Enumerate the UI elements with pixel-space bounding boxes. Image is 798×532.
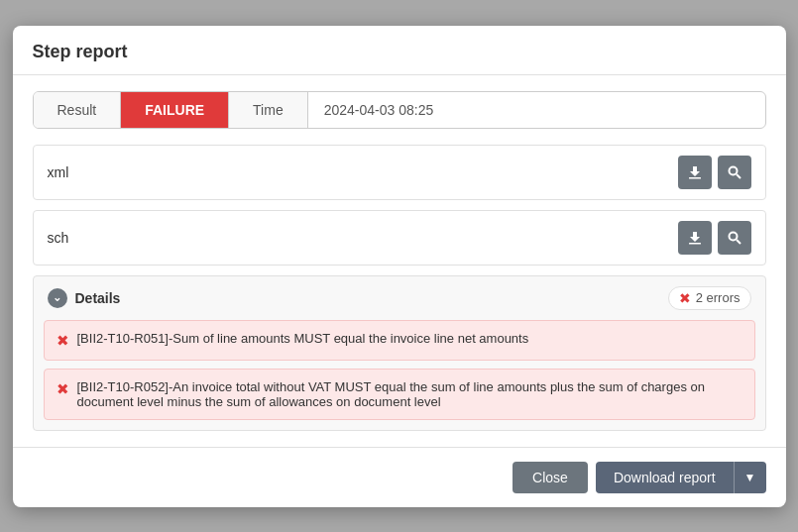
download-icon: [687, 230, 703, 246]
close-button[interactable]: Close: [513, 462, 588, 493]
details-label: Details: [75, 290, 121, 306]
details-title-group: ⌄ Details: [48, 288, 121, 308]
download-group: Download report ▼: [596, 462, 766, 493]
error-text-2: [BII2-T10-R052]-An invoice total without…: [77, 379, 742, 409]
modal: Step report Result FAILURE Time 2024-04-…: [13, 26, 786, 507]
svg-rect-0: [689, 177, 701, 179]
file-row-sch: sch: [33, 210, 766, 266]
file-label-xml: xml: [48, 164, 678, 180]
errors-badge: ✖ 2 errors: [668, 286, 751, 310]
errors-count: 2 errors: [696, 290, 741, 305]
file-row-xml: xml: [33, 145, 766, 200]
errors-badge-icon: ✖: [679, 290, 691, 306]
error-item-1: ✖ [BII2-T10-R051]-Sum of line amounts MU…: [44, 320, 755, 361]
modal-footer: Close Download report ▼: [13, 447, 786, 507]
download-sch-button[interactable]: [678, 221, 712, 255]
chevron-icon[interactable]: ⌄: [48, 288, 67, 308]
svg-point-4: [729, 232, 737, 240]
svg-line-5: [737, 240, 741, 244]
download-xml-button[interactable]: [678, 156, 712, 189]
svg-line-2: [737, 174, 741, 178]
tab-result[interactable]: Result: [34, 92, 122, 128]
svg-point-1: [729, 166, 737, 174]
file-actions-xml: [678, 156, 751, 189]
file-actions-sch: [678, 221, 751, 255]
download-icon: [687, 164, 703, 180]
details-body: ✖ [BII2-T10-R051]-Sum of line amounts MU…: [34, 320, 765, 430]
details-header: ⌄ Details ✖ 2 errors: [34, 276, 765, 320]
modal-title: Step report: [33, 42, 128, 61]
modal-overlay: Step report Result FAILURE Time 2024-04-…: [0, 0, 798, 532]
search-xml-button[interactable]: [718, 156, 751, 189]
svg-rect-3: [689, 243, 701, 245]
search-sch-button[interactable]: [718, 221, 751, 255]
details-section: ⌄ Details ✖ 2 errors ✖ [BII2-T10-R051]-S…: [33, 275, 766, 431]
tab-time-value: 2024-04-03 08:25: [308, 92, 450, 128]
error-item-2: ✖ [BII2-T10-R052]-An invoice total witho…: [44, 369, 755, 420]
search-icon: [727, 164, 742, 180]
tabs-row: Result FAILURE Time 2024-04-03 08:25: [33, 91, 766, 129]
tab-failure[interactable]: FAILURE: [121, 92, 229, 128]
error-icon-1: ✖: [57, 332, 69, 350]
tab-time[interactable]: Time: [229, 92, 308, 128]
modal-header: Step report: [13, 26, 786, 75]
error-text-1: [BII2-T10-R051]-Sum of line amounts MUST…: [77, 331, 529, 346]
modal-body: Result FAILURE Time 2024-04-03 08:25 xml: [13, 75, 786, 447]
search-icon: [727, 230, 742, 246]
download-report-button[interactable]: Download report: [596, 462, 734, 493]
file-label-sch: sch: [48, 230, 678, 246]
download-report-caret-button[interactable]: ▼: [734, 462, 766, 493]
error-icon-2: ✖: [57, 380, 69, 398]
